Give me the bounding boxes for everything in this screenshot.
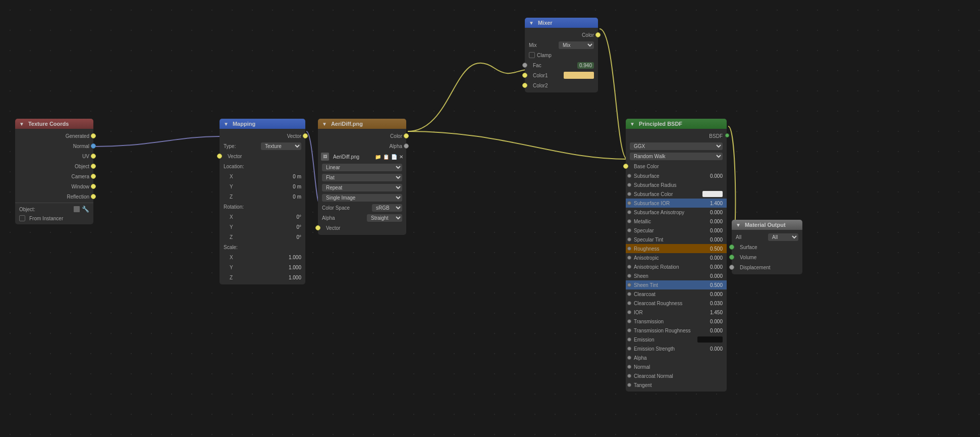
socket-aeridiff-color-out[interactable] [404,133,409,138]
socket-aeridiff-alpha-out[interactable] [404,143,409,149]
specular-tint-label: Specular Tint [634,237,705,242]
socket-subsurface-radius-in[interactable] [627,183,631,187]
principled-bsdf-header[interactable]: ▼ Principled BSDF [626,119,727,129]
socket-object-out[interactable] [91,164,96,169]
aeridiff-vector-label: Vector [322,225,402,231]
socket-fac-in[interactable] [522,63,527,68]
socket-vector-out[interactable] [303,133,308,138]
socket-roughness-in[interactable] [627,247,631,251]
socket-color2-in[interactable] [522,83,527,88]
clamp-checkbox[interactable] [529,52,535,58]
type-dropdown[interactable]: Texture [261,142,301,150]
socket-emission-strength-in[interactable] [627,347,631,351]
socket-specular-in[interactable] [627,228,631,232]
subsurface-color-swatch[interactable] [702,191,723,197]
socket-clearcoat-in[interactable] [627,292,631,296]
socket-color1-in[interactable] [522,73,527,78]
socket-camera-out[interactable] [91,174,96,179]
aeridiff-collapse-icon[interactable]: ▼ [322,121,327,127]
socket-clearcoat-roughness-in[interactable] [627,301,631,305]
mix-row: Mix Mix [525,40,598,50]
fac-value[interactable]: 0.940 [577,62,594,69]
aeridiff-alpha-output: Alpha [318,141,406,151]
color1-swatch[interactable] [564,72,594,79]
socket-transmission-in[interactable] [627,319,631,323]
socket-metallic-in[interactable] [627,219,631,223]
socket-subsurface-in[interactable] [627,174,631,178]
mixer-node: ▼ Mixer Color Mix Mix Clamp Fac 0.940 Co… [525,18,598,92]
mapping-header[interactable]: ▼ Mapping [220,119,305,129]
socket-reflection-out[interactable] [91,194,96,199]
from-instancer-checkbox[interactable] [19,215,25,221]
all-dropdown[interactable]: All [768,233,798,241]
socket-tangent-in[interactable] [627,383,631,387]
anisotropic-rot-val: 0.000 [705,264,723,270]
file-icon-3[interactable]: 📄 [391,154,397,160]
socket-surface-in[interactable] [729,245,734,250]
file-icon-2[interactable]: 📋 [383,154,389,160]
interp1-dropdown[interactable]: Linear [322,164,402,171]
scale-y-label: Y [224,265,289,270]
socket-sheen-in[interactable] [627,274,631,278]
socket-ior-in[interactable] [627,310,631,314]
socket-generated-out[interactable] [91,133,96,138]
socket-emission-in[interactable] [627,337,631,342]
random-walk-dropdown[interactable]: Random Walk [630,153,723,160]
socket-aeridiff-vector-in[interactable] [315,225,320,230]
socket-normal-in[interactable] [627,365,631,369]
sheen-row: Sheen 0.000 [626,271,727,280]
random-walk-row: Random Walk [626,151,727,161]
file-icon-1[interactable]: 📁 [375,154,381,160]
scale-x-value: 1.000 [289,255,301,260]
loc-y-label: Y [224,184,293,189]
aeridiff-header[interactable]: ▼ AeriDiff.png [318,119,406,129]
socket-base-color-in[interactable] [623,164,628,169]
mixer-collapse-icon[interactable]: ▼ [529,20,534,26]
socket-volume-in[interactable] [729,255,734,260]
bsdf-out-label: BSDF [709,133,723,139]
socket-sheen-tint-in[interactable] [627,283,631,287]
socket-subsurface-ior-in[interactable] [627,201,631,205]
material-output-header[interactable]: ▼ Material Output [732,220,802,230]
material-output-collapse-icon[interactable]: ▼ [736,222,741,228]
sheen-val: 0.000 [705,273,723,279]
collapse-icon[interactable]: ▼ [19,121,24,127]
close-icon[interactable]: ✕ [399,154,403,160]
alpha-dropdown[interactable]: Straight [367,214,402,222]
bsdf-output: BSDF [626,131,727,141]
socket-subsurface-color-in[interactable] [627,192,631,196]
texture-coords-header[interactable]: ▼ Texture Coords [15,119,93,129]
subsurface-aniso-row: Subsurface Anisotropy 0.000 [626,208,727,217]
output-window: Window [15,181,93,191]
mix-dropdown[interactable]: Mix [559,41,594,49]
socket-normal-out[interactable] [91,143,96,149]
socket-subsurface-aniso-in[interactable] [627,210,631,214]
socket-clearcoat-normal-in[interactable] [627,374,631,378]
socket-bsdf-out[interactable] [725,133,729,137]
socket-transmission-roughness-in[interactable] [627,328,631,332]
color-space-dropdown[interactable]: sRGB [372,204,402,212]
socket-displacement-in[interactable] [729,265,734,270]
output-reflection: Reflection [15,191,93,202]
socket-alpha-in[interactable] [627,356,631,360]
bsdf-normal-label: Normal [634,364,723,370]
repeat-dropdown[interactable]: Repeat [322,184,402,191]
bsdf-collapse-icon[interactable]: ▼ [630,121,635,127]
wrench-icon[interactable]: 🔧 [82,206,89,213]
socket-specular-tint-in[interactable] [627,237,631,241]
mapping-collapse-icon[interactable]: ▼ [224,121,229,127]
socket-window-out[interactable] [91,184,96,189]
emission-color-swatch[interactable] [697,336,723,343]
mixer-header[interactable]: ▼ Mixer [525,18,598,28]
socket-uv-out[interactable] [91,154,96,159]
vector-input-row: Vector [220,151,305,161]
ggx-dropdown[interactable]: GGX [630,142,723,150]
object-row: Object: 🔧 [15,204,93,214]
interp2-dropdown[interactable]: Flat [322,174,402,181]
loc-z-label: Z [224,194,293,200]
socket-vector-in[interactable] [217,154,222,159]
socket-anisotropic-rot-in[interactable] [627,265,631,269]
socket-mixer-color-out[interactable] [595,32,601,37]
single-image-dropdown[interactable]: Single Image [322,194,402,202]
socket-anisotropic-in[interactable] [627,256,631,260]
